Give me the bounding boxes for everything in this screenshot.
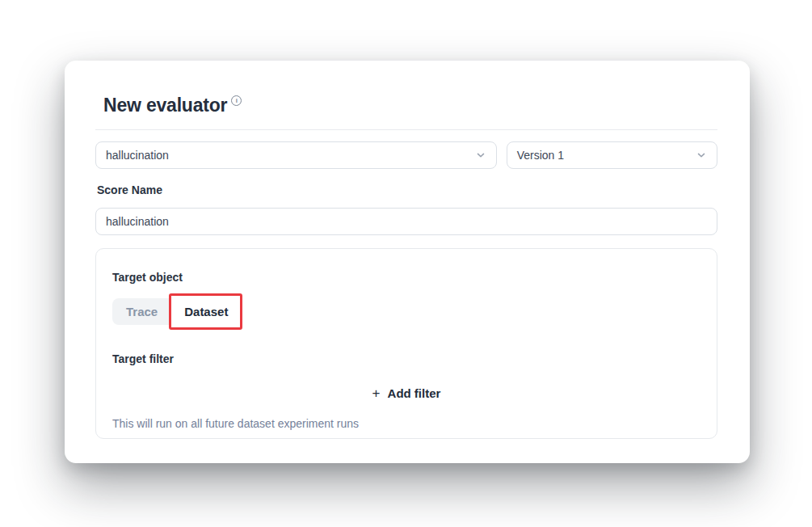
evaluator-select[interactable]: hallucination — [95, 141, 497, 169]
version-select[interactable]: Version 1 — [507, 141, 717, 169]
score-name-input[interactable] — [95, 208, 717, 235]
score-name-label: Score Name — [97, 183, 717, 196]
segment-dataset-wrapper: Dataset — [171, 298, 241, 325]
desktop-background: { "modal": { "title": "New evaluator", "… — [0, 0, 812, 527]
target-section: Target object Trace Dataset Target filte… — [95, 248, 717, 439]
new-evaluator-modal: New evaluator i hallucination Version 1 … — [65, 61, 750, 463]
target-filter-label: Target filter — [112, 352, 701, 365]
add-filter-button[interactable]: + Add filter — [364, 382, 449, 405]
page-title: New evaluator — [103, 95, 227, 116]
target-helper-text: This will run on all future dataset expe… — [112, 417, 701, 430]
evaluator-select-value: hallucination — [106, 149, 169, 162]
modal-header: New evaluator i — [103, 95, 717, 116]
version-select-value: Version 1 — [517, 149, 564, 162]
chevron-down-icon — [475, 150, 486, 161]
info-icon[interactable]: i — [231, 95, 242, 106]
add-filter-row: + Add filter — [112, 382, 701, 405]
evaluator-version-row: hallucination Version 1 — [95, 141, 717, 169]
chevron-down-icon — [696, 150, 707, 161]
target-object-segmented-control: Trace Dataset — [112, 298, 701, 325]
header-divider — [95, 129, 717, 130]
segment-dataset-button[interactable]: Dataset — [171, 298, 241, 325]
add-filter-label: Add filter — [388, 386, 441, 400]
target-object-label: Target object — [112, 271, 183, 284]
segment-trace-button[interactable]: Trace — [112, 298, 171, 325]
plus-icon: + — [372, 386, 381, 400]
